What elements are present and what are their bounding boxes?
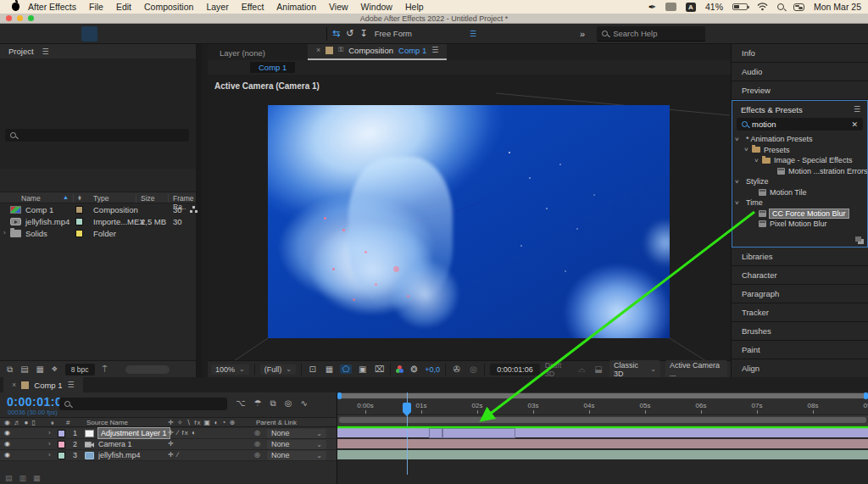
close-tab-icon[interactable]: ×	[316, 46, 320, 54]
sidebar-panel-tab[interactable]: Info	[732, 44, 868, 63]
menu-item[interactable]: Animation	[276, 2, 316, 12]
label-color-swatch[interactable]	[75, 230, 83, 237]
motion-blur-icon[interactable]: ◎	[285, 398, 292, 409]
label-column-icon[interactable]: ⬧	[51, 419, 54, 427]
graph-icon[interactable]: ▦	[33, 474, 41, 482]
menu-item[interactable]: Composition	[144, 2, 193, 12]
rotation-tool[interactable]	[137, 26, 153, 42]
effects-panel-header[interactable]: Effects & Presets ☰	[732, 101, 867, 118]
effect-name[interactable]: Motion ...stration Errors	[788, 167, 867, 175]
clear-search-icon[interactable]: ✕	[851, 120, 858, 129]
column-type[interactable]: Type	[93, 194, 108, 203]
panel-menu-icon[interactable]: ☰	[854, 105, 860, 114]
Adjustment Layer 1[interactable]	[337, 427, 868, 438]
effects-tree-item[interactable]: CC Force Motion Blur	[732, 209, 867, 220]
toggle-switches-modes-icon[interactable]: ▥	[19, 474, 27, 482]
show-channel-icon[interactable]	[396, 365, 403, 373]
layer-disclosure-icon[interactable]: ›	[48, 440, 51, 448]
time-ruler[interactable]: 0:00s01s02s03s04s05s06s07s08s09s	[337, 399, 868, 415]
comp-chip[interactable]: Comp 1	[250, 62, 295, 73]
layer-duration-bar[interactable]	[337, 428, 868, 437]
rectangle-tool[interactable]	[175, 26, 191, 42]
layer-switches[interactable]: ✛	[168, 440, 175, 448]
menu-item[interactable]: Edit	[116, 2, 131, 12]
label-color-swatch[interactable]	[75, 218, 83, 225]
lock-icon[interactable]: ⚿	[338, 46, 343, 54]
mask-visibility-icon[interactable]: ⬠	[340, 364, 352, 374]
Comp 1[interactable]: Comp 1 Composition 30	[0, 204, 196, 216]
view-axis-mode-icon[interactable]: ↧	[359, 28, 367, 39]
effect-name[interactable]: Pixel Motion Blur	[770, 220, 827, 228]
help-search-input[interactable]	[613, 29, 689, 38]
layer-color-swatch[interactable]	[58, 441, 65, 448]
effects-tree-item[interactable]: ˅ Image - Special Effects	[732, 155, 867, 166]
label-column-icon[interactable]: ⬧	[78, 193, 81, 203]
app-status-icon[interactable]	[665, 3, 676, 11]
layer-visibility-icon[interactable]: ◉	[4, 429, 10, 437]
more-workspaces-chevron[interactable]: »	[580, 29, 585, 39]
layer-viewer-tab[interactable]: Layer (none)	[208, 48, 277, 60]
layer-visibility-icon[interactable]: ◉	[4, 451, 10, 459]
dolly-camera-tool[interactable]	[119, 26, 135, 42]
sidebar-panel-tab[interactable]: Character	[732, 266, 868, 285]
sidebar-panel-tab[interactable]: Brushes	[732, 322, 868, 341]
effects-search-input[interactable]	[752, 120, 847, 129]
renderer-select[interactable]: Classic 3D⌄	[609, 360, 660, 379]
sidebar-panel-tab[interactable]: Audio	[732, 63, 868, 81]
eraser-tool[interactable]	[268, 26, 284, 42]
layer-disclosure-icon[interactable]: ›	[48, 451, 51, 459]
layer-switches[interactable]: ✛ ∕	[168, 451, 179, 459]
switches-column-icons[interactable]: ✛ ✧ ∖ fx ▣ ◐ ◔ ⊕	[168, 419, 236, 426]
expand-layers-icon[interactable]: ▤	[5, 474, 13, 482]
effect-name[interactable]: * Animation Presets	[746, 135, 813, 143]
menu-bar-clock[interactable]: Mon Mar 25	[814, 2, 861, 12]
composition-viewer-tab[interactable]: × ⚿ Composition Comp 1 ☰	[308, 44, 448, 60]
item-name[interactable]: Solids	[25, 229, 47, 238]
draft-3d-toggle[interactable]: Draft 3D	[545, 361, 571, 378]
menu-item[interactable]: After Effects	[28, 2, 76, 12]
zoom-tool[interactable]	[63, 26, 79, 42]
ground-plane-icon[interactable]: ⌓	[576, 364, 588, 375]
sidebar-panel-tab[interactable]: Align	[732, 359, 868, 378]
type-tool[interactable]	[212, 26, 228, 42]
preview-time-display[interactable]: 0:00:01:06	[490, 364, 540, 376]
pen-tool[interactable]	[193, 26, 209, 42]
effects-tree-item[interactable]: ˅ Presets	[732, 145, 867, 156]
column-number[interactable]: #	[66, 419, 70, 426]
effects-tree-item[interactable]: Motion ...stration Errors	[732, 166, 867, 177]
composition-canvas[interactable]: Active Camera (Camera 1)	[208, 75, 731, 360]
frame-blending-icon[interactable]: ⧉	[270, 398, 276, 409]
layer-color-swatch[interactable]	[58, 430, 65, 437]
tree-caret-icon[interactable]: ˅	[735, 136, 743, 143]
help-search-box[interactable]	[597, 26, 705, 42]
menu-item[interactable]: File	[89, 2, 103, 12]
camera-select[interactable]: Active Camera ...	[665, 360, 727, 379]
sidebar-panel-tab[interactable]: Paint	[732, 341, 868, 359]
draft-3d-icon[interactable]: ☂	[254, 398, 262, 409]
graph-editor-icon[interactable]: ∿	[300, 398, 307, 409]
hand-tool[interactable]	[44, 26, 60, 42]
tree-caret-icon[interactable]: ˅	[735, 199, 743, 207]
layer-switches[interactable]: ✛ ∕ fx ◐	[168, 429, 197, 437]
layer-name[interactable]: Camera 1	[98, 440, 132, 448]
av-features-icons[interactable]: ◉ ♬ ● ▯	[4, 419, 36, 426]
tree-caret-icon[interactable]: ˅	[744, 146, 752, 153]
screenshot-icon[interactable]: ⌧	[374, 364, 386, 374]
delete-icon[interactable]: ⍑	[103, 364, 108, 375]
effects-search-box[interactable]: ✕	[737, 118, 863, 131]
jellyfish.mp4[interactable]	[337, 449, 868, 460]
column-source-name[interactable]: Source Name	[86, 419, 128, 426]
timeline-comp-tab[interactable]: × Comp 1 ☰	[3, 377, 83, 392]
timeline-search-box[interactable]	[59, 398, 227, 410]
menu-item[interactable]: Effect	[242, 2, 264, 12]
adjust-icon[interactable]: ✥	[52, 365, 58, 373]
project-search-input[interactable]	[20, 131, 184, 140]
take-snapshot-icon[interactable]: ✇	[451, 364, 463, 374]
exposure-icon[interactable]: ❂	[409, 364, 420, 374]
selection-tool[interactable]	[25, 26, 42, 42]
parent-pickwhip-icon[interactable]: ◎	[254, 429, 260, 437]
layer-name[interactable]: jellyfish.mp4	[98, 451, 141, 459]
item-name[interactable]: jellyfish.mp4	[25, 217, 70, 226]
Camera 1[interactable]: ◉ › 2 Camera 1 ✛ ◎ None⌄	[0, 439, 337, 450]
world-axis-mode-icon[interactable]: ↺	[346, 28, 353, 39]
